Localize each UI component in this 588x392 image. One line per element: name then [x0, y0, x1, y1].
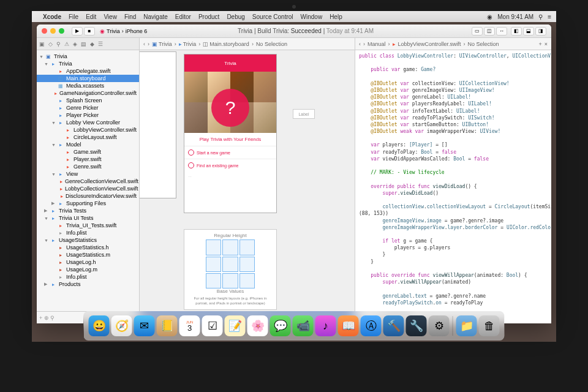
assistant-close-icon[interactable]: × — [545, 41, 548, 47]
size-cell[interactable] — [239, 257, 255, 272]
toggle-debug-button[interactable]: ⬓ — [523, 27, 534, 36]
menubar-debug[interactable]: Debug — [227, 13, 244, 20]
empty-scene[interactable] — [140, 51, 176, 198]
assistant-file[interactable]: LobbyViewController.swift — [398, 41, 461, 47]
tree-item-info-plist[interactable]: ▸Info.plist — [37, 273, 139, 281]
dock-xcode-beta[interactable]: 🔧 — [406, 315, 427, 336]
nav-tab-project[interactable]: ▣ — [39, 41, 45, 47]
tree-item-appdelegate-swift[interactable]: ▸AppDelegate.swift — [37, 67, 139, 75]
jump-file[interactable]: Main.storyboard — [209, 41, 249, 47]
menubar-product[interactable]: Product — [198, 13, 219, 20]
code-editor[interactable]: public class LobbyViewController: UIView… — [355, 50, 551, 323]
size-class-grid[interactable] — [206, 239, 255, 288]
jump-back-icon[interactable]: ‹ — [143, 41, 145, 47]
tree-item-info-plist[interactable]: ▸Info.plist — [37, 229, 139, 236]
tree-item-trivia-tests[interactable]: ▶▸Trivia Tests — [37, 207, 139, 214]
dock-notes[interactable]: 📝 — [225, 315, 246, 336]
start-game-row[interactable]: Start a new game — [184, 146, 276, 159]
size-cell[interactable] — [206, 257, 221, 272]
menubar-sourcecontrol[interactable]: Source Control — [252, 13, 293, 20]
nav-tab-breakpoint[interactable]: ◆ — [90, 41, 94, 47]
jump-fwd-icon[interactable]: › — [148, 41, 149, 47]
close-button[interactable] — [42, 28, 47, 34]
tree-item-lobby-view-controller[interactable]: ▼▸Lobby View Controller — [37, 119, 139, 126]
tree-item-trivia-ui-tests[interactable]: ▼▸Trivia UI Tests — [37, 214, 139, 222]
assistant-fwd-icon[interactable]: › — [363, 41, 365, 47]
tree-item-trivia[interactable]: ▼▸Trivia — [37, 60, 139, 67]
wifi-icon[interactable]: ◉ — [487, 13, 492, 20]
tree-item-splash-screen[interactable]: ▸Splash Screen — [37, 97, 139, 104]
dock-messages[interactable]: 💬 — [270, 315, 291, 336]
tree-item-lobbyviewcontroller-swift[interactable]: ▸LobbyViewController.swift — [37, 126, 139, 134]
assistant-back-icon[interactable]: ‹ — [359, 41, 361, 47]
nav-tab-debug[interactable]: ▤ — [81, 41, 86, 47]
nav-tab-issue[interactable]: ⚠ — [64, 41, 69, 47]
spotlight-icon[interactable]: ⚲ — [538, 13, 543, 20]
dock-safari[interactable]: 🧭 — [111, 315, 132, 336]
device-name[interactable]: iPhone 6 — [126, 28, 148, 34]
tree-item-usagelog-h[interactable]: ▸UsageLog.h — [37, 258, 139, 266]
assistant-add-icon[interactable]: + — [538, 41, 541, 47]
menubar-file[interactable]: File — [69, 13, 78, 20]
nav-tab-find[interactable]: ⚲ — [56, 41, 61, 47]
tree-item-view[interactable]: ▼▸View — [37, 170, 139, 178]
tree-item-genre-swift[interactable]: ▸Genre.swift — [37, 163, 139, 170]
tree-item-usagelog-m[interactable]: ▸UsageLog.m — [37, 266, 139, 273]
jump-group[interactable]: Trivia — [183, 41, 197, 47]
tree-item-game-swift[interactable]: ▸Game.swift — [37, 148, 139, 156]
nav-tab-symbol[interactable]: ◇ — [48, 41, 53, 47]
dock-downloads[interactable]: 📁 — [456, 315, 477, 336]
jump-bar[interactable]: ‹ › ▣Trivia › ▸Trivia › ◫Main.storyboard… — [140, 38, 355, 50]
tree-item-trivia-ui-tests-swift[interactable]: ▸Trivia_UI_Tests.swift — [37, 222, 139, 229]
tree-item-usagestatistics[interactable]: ▼▸UsageStatistics — [37, 236, 139, 244]
dock-finder[interactable]: 😀 — [89, 315, 110, 336]
menubar-help[interactable]: Help — [330, 13, 342, 20]
stop-button[interactable]: ■ — [84, 27, 95, 36]
label-placeholder[interactable]: Label — [293, 109, 315, 119]
menubar-navigate[interactable]: Navigate — [143, 13, 167, 20]
zoom-button[interactable] — [59, 28, 64, 34]
editor-assistant-button[interactable]: ◫ — [484, 27, 495, 36]
minimize-button[interactable] — [50, 28, 56, 34]
tree-item-player-swift[interactable]: ▸Player.swift — [37, 156, 139, 163]
size-cell[interactable] — [206, 273, 221, 288]
tree-item-usagestatistics-m[interactable]: ▸UsageStatistics.m — [37, 251, 139, 258]
tree-item-model[interactable]: ▼▸Model — [37, 141, 139, 148]
toggle-utilities-button[interactable]: ◨ — [535, 27, 546, 36]
tree-item-gamenavigationcontroller-swift[interactable]: ▸GameNavigationController.swift — [37, 89, 139, 97]
tree-item-media-xcassets[interactable]: ▦Media.xcassets — [37, 82, 139, 89]
tree-item-genre-picker[interactable]: ▸Genre Picker — [37, 104, 139, 111]
dock-xcode[interactable]: 🔨 — [383, 315, 404, 336]
dock-trash[interactable]: 🗑 — [479, 315, 500, 336]
size-cell[interactable] — [222, 273, 238, 288]
dock-preferences[interactable]: ⚙ — [429, 315, 450, 336]
tree-item-products[interactable]: ▶▸Products — [37, 281, 139, 288]
tree-item-disclosureindicatorview-swift[interactable]: ▸DisclosureIndicatorView.swift — [37, 192, 139, 200]
menubar-view[interactable]: View — [104, 13, 117, 20]
menubar-edit[interactable]: Edit — [86, 13, 96, 20]
dock-facetime[interactable]: 📹 — [293, 315, 314, 336]
tree-item-supporting-files[interactable]: ▶▸Supporting Files — [37, 200, 139, 207]
menubar-time[interactable]: Mon 9:41 AM — [497, 13, 533, 20]
lobby-scene[interactable]: Trivia ? — [184, 54, 277, 213]
dock-reminders[interactable]: ☑ — [202, 315, 223, 336]
editor-standard-button[interactable]: ▭ — [472, 27, 483, 36]
size-class-popover[interactable]: Regular Height Base Values For all regul… — [184, 229, 277, 310]
menubar-editor[interactable]: Editor — [175, 13, 191, 20]
nav-tab-test[interactable]: ◈ — [73, 41, 77, 47]
size-cell[interactable] — [222, 239, 238, 255]
dock-ibooks[interactable]: 📖 — [338, 315, 359, 336]
assistant-selection[interactable]: No Selection — [467, 41, 499, 47]
scheme-name[interactable]: Trivia — [107, 28, 120, 34]
size-cell[interactable] — [239, 273, 255, 288]
tree-item-genrecollectionviewcell-swift[interactable]: ▸GenreCollectionViewCell.swift — [37, 178, 139, 185]
tree-item-main-storyboard[interactable]: ◫Main.storyboard — [37, 75, 139, 82]
run-button[interactable]: ▶ — [72, 27, 83, 36]
jump-project[interactable]: Trivia — [159, 41, 172, 47]
tree-item-usagestatistics-h[interactable]: ▸UsageStatistics.h — [37, 244, 139, 251]
menubar-window[interactable]: Window — [301, 13, 323, 20]
assistant-jump-bar[interactable]: ‹ › Manual › ▸ LobbyViewController.swift… — [355, 38, 551, 50]
nav-tab-report[interactable]: ☰ — [98, 41, 103, 47]
storyboard-canvas[interactable]: Trivia ? — [140, 50, 355, 323]
dock-photos[interactable]: 🌸 — [247, 315, 268, 336]
